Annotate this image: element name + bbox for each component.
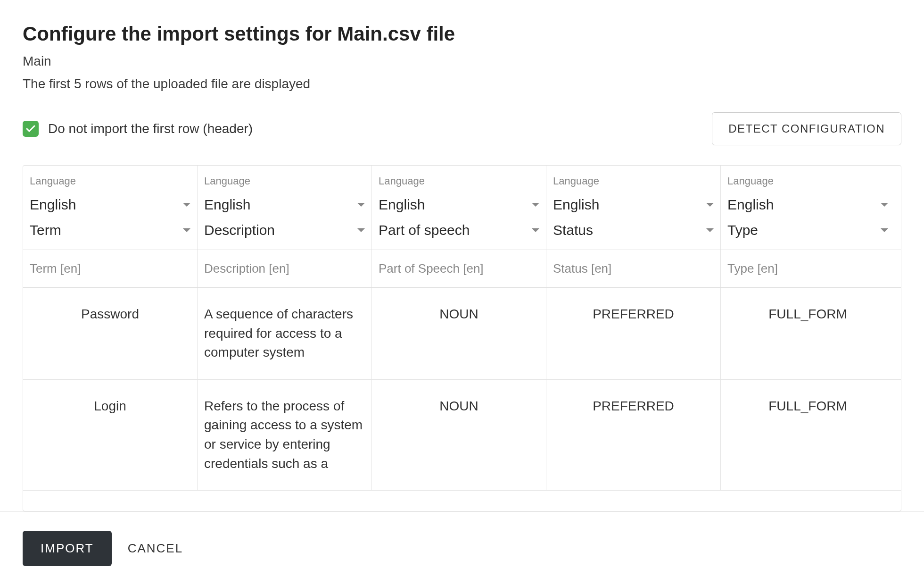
column-header: Part of Speech [en] [372,250,546,287]
language-field-label: Language [30,175,190,187]
table-cell: PREFERRED [546,288,721,379]
header-label: Part of Speech [en] [379,261,539,276]
table-cell: NOUN [372,380,546,490]
table-cell: Refers to the process of gaining access … [198,380,372,490]
field-dropdown[interactable]: Status [553,217,714,243]
language-value: English [727,197,774,213]
language-dropdown[interactable]: English [727,192,888,217]
import-config-dialog: Configure the import settings for Main.c… [0,0,924,585]
file-name-label: Main [23,54,901,69]
language-value: English [553,197,599,213]
detect-configuration-button[interactable]: DETECT CONFIGURATION [712,112,901,145]
chevron-down-icon [532,228,539,232]
table-cell-partial: NEU [895,380,901,490]
header-label: Type [en] [727,261,888,276]
field-value: Status [553,222,593,238]
page-title: Configure the import settings for Main.c… [23,23,901,45]
table-cell: FULL_FORM [721,288,895,379]
table-cell: PREFERRED [546,380,721,490]
language-field-label: Language [379,175,539,187]
chevron-down-icon [706,228,714,232]
column-config: Language English Status [546,166,721,250]
skip-header-option: Do not import the first row (header) [23,121,253,137]
column-header-partial: Ger [895,250,901,287]
column-header: Term [en] [23,250,198,287]
column-header: Status [en] [546,250,721,287]
column-config-row: Language English Term Language [23,166,901,250]
dialog-footer: IMPORT CANCEL [0,511,924,585]
field-dropdown[interactable]: Part of speech [379,217,539,243]
language-dropdown[interactable]: English [553,192,714,217]
language-field-label: Language [727,175,888,187]
dialog-content: Configure the import settings for Main.c… [0,0,924,511]
table-row: Password A sequence of characters requir… [23,288,901,380]
table-cell: NOUN [372,288,546,379]
table-cell: A sequence of characters required for ac… [198,288,372,379]
language-value: English [379,197,425,213]
table-cell-partial: NEU [895,288,901,379]
import-button[interactable]: IMPORT [23,531,112,566]
checkmark-icon [25,123,36,134]
language-field-label: Language [204,175,365,187]
chevron-down-icon [706,203,714,207]
skip-header-checkbox[interactable] [23,121,39,137]
table-cell: Password [23,288,198,379]
column-config: Language English Description [198,166,372,250]
field-value: Description [204,222,275,238]
language-dropdown[interactable]: English [30,192,190,217]
table-row: Login Refers to the process of gaining a… [23,380,901,491]
field-value: Part of speech [379,222,470,238]
field-value: Type [727,222,758,238]
chevron-down-icon [183,203,190,207]
chevron-down-icon [357,228,365,232]
language-value: English [204,197,250,213]
column-config-partial: Lan Eng Ger [895,166,901,250]
table-cell: FULL_FORM [721,380,895,490]
chevron-down-icon [881,228,888,232]
header-label: Description [en] [204,261,365,276]
header-label: Term [en] [30,261,190,276]
column-header: Description [en] [198,250,372,287]
column-config: Language English Part of speech [372,166,546,250]
preview-table: Language English Term Language [23,165,901,511]
language-field-label: Language [553,175,714,187]
table-scroll[interactable]: Language English Term Language [23,166,901,511]
field-dropdown[interactable]: Type [727,217,888,243]
language-value: English [30,197,76,213]
header-label: Status [en] [553,261,714,276]
column-config: Language English Type [721,166,895,250]
preview-description: The first 5 rows of the uploaded file ar… [23,76,901,92]
chevron-down-icon [881,203,888,207]
language-dropdown[interactable]: English [379,192,539,217]
table-cell: Login [23,380,198,490]
chevron-down-icon [532,203,539,207]
skip-header-label: Do not import the first row (header) [48,121,253,136]
field-dropdown[interactable]: Description [204,217,365,243]
column-header: Type [en] [721,250,895,287]
field-dropdown[interactable]: Term [30,217,190,243]
column-header-row: Term [en] Description [en] Part of Speec… [23,250,901,288]
cancel-button[interactable]: CANCEL [128,541,183,556]
language-dropdown[interactable]: English [204,192,365,217]
options-row: Do not import the first row (header) DET… [23,112,901,145]
chevron-down-icon [357,203,365,207]
chevron-down-icon [183,228,190,232]
field-value: Term [30,222,61,238]
column-config: Language English Term [23,166,198,250]
